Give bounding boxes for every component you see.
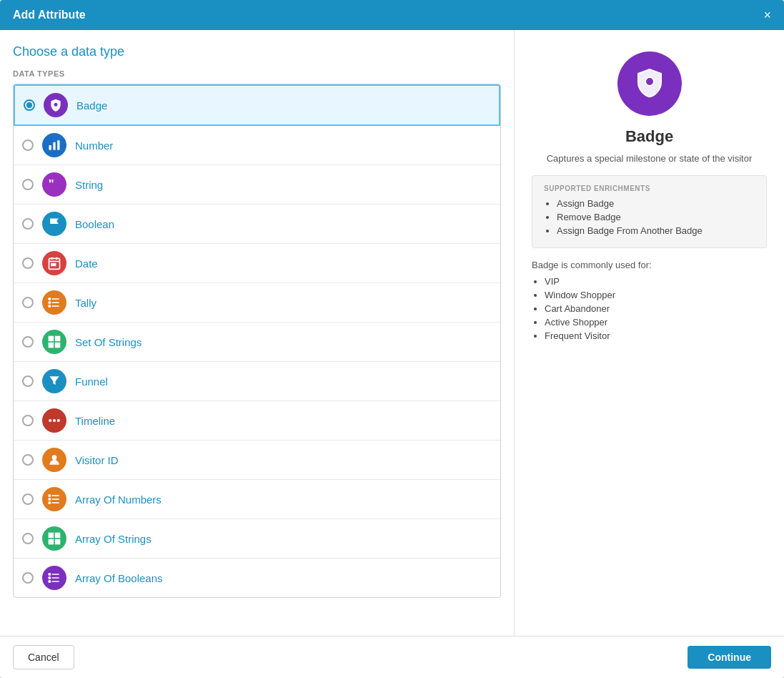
svg-point-23 [57,419,60,422]
svg-rect-32 [56,534,60,538]
type-item-number[interactable]: Number [14,126,500,165]
add-attribute-modal: Add Attribute × Choose a data type DATA … [0,0,784,678]
svg-point-15 [49,302,51,304]
radio-timeline [22,415,34,426]
modal-header: Add Attribute × [0,0,784,30]
commonly-used-item: Window Shopper [545,290,767,300]
shield-svg [632,67,667,101]
filter-icon [42,369,66,393]
radio-number [22,139,34,151]
type-label-visitor-id: Visitor ID [75,454,119,466]
svg-text:": " [49,177,54,191]
list-icon [42,487,66,511]
svg-point-41 [645,77,654,86]
svg-point-38 [49,574,51,576]
cancel-button[interactable]: Cancel [13,645,74,669]
radio-badge [24,99,35,111]
close-button[interactable]: × [763,9,771,21]
bar-chart-icon [42,133,66,157]
radio-funnel [22,375,34,387]
type-label-funnel: Funnel [75,375,108,388]
type-item-funnel[interactable]: Funnel [14,362,500,401]
svg-point-28 [49,495,51,497]
radio-boolean [22,218,34,230]
svg-point-14 [49,298,51,300]
svg-rect-9 [51,264,54,266]
type-label-boolean: Boolean [75,218,114,230]
svg-rect-3 [57,140,59,149]
list-icon [42,290,66,315]
badge-description: Captures a special milestone or state of… [547,153,753,164]
type-label-number: Number [75,139,113,152]
modal-title: Add Attribute [13,9,86,21]
svg-rect-2 [53,142,55,150]
type-item-timeline[interactable]: Timeline [14,401,500,441]
grid-icon [42,526,66,551]
svg-rect-10 [54,264,56,266]
commonly-used-list: VIPWindow ShopperCart AbandonerActive Sh… [532,276,767,344]
type-item-array-of-numbers[interactable]: Array Of Numbers [14,480,500,519]
type-item-visitor-id[interactable]: Visitor ID [14,441,500,480]
svg-point-0 [54,103,58,107]
choose-heading: Choose a data type [13,44,501,59]
type-item-array-of-booleans[interactable]: Array Of Booleans [14,559,500,597]
commonly-used-label: Badge is commonly used for: [532,260,652,270]
badge-icon [617,51,682,116]
type-label-array-of-strings: Array Of Strings [75,533,152,545]
type-item-array-of-strings[interactable]: Array Of Strings [14,519,500,559]
commonly-used-item: VIP [545,276,767,287]
enrichment-item: Assign Badge [557,198,755,209]
svg-rect-18 [56,337,60,341]
enrichment-item: Remove Badge [557,212,755,222]
radio-set-of-strings [22,336,34,348]
grid-icon [42,330,66,354]
type-item-date[interactable]: Date [14,244,500,283]
svg-rect-19 [49,343,54,348]
commonly-used-item: Cart Abandoner [545,303,767,314]
svg-point-40 [49,581,51,583]
type-item-set-of-strings[interactable]: Set Of Strings [14,323,500,362]
enrichments-label: SUPPORTED ENRICHMENTS [544,185,755,192]
type-label-badge: Badge [76,99,107,112]
radio-visitor-id [22,454,34,466]
enrichments-box: SUPPORTED ENRICHMENTS Assign BadgeRemove… [532,175,767,248]
shield-icon [44,93,68,117]
type-label-string: String [75,179,103,191]
commonly-used-item: Frequent Visitor [545,330,767,341]
svg-rect-31 [49,534,54,538]
type-item-badge[interactable]: Badge [14,84,500,126]
dots-icon [42,408,66,433]
svg-rect-1 [49,145,51,150]
quote-icon: " [42,172,66,197]
svg-point-30 [49,502,51,504]
svg-rect-33 [49,540,54,544]
svg-point-16 [49,305,51,308]
svg-rect-20 [56,343,60,348]
modal-footer: Cancel Continue [0,636,784,678]
radio-array-of-strings [22,533,34,544]
type-item-boolean[interactable]: Boolean [14,205,500,244]
svg-rect-17 [49,337,54,341]
svg-point-22 [53,419,56,422]
type-item-tally[interactable]: Tally [14,283,500,323]
commonly-used-item: Active Shopper [545,317,767,328]
left-panel: Choose a data type DATA TYPES BadgeNumbe… [0,30,515,636]
enrichment-item: Assign Badge From Another Badge [557,225,755,236]
radio-string [22,179,34,190]
enrichments-list: Assign BadgeRemove BadgeAssign Badge Fro… [544,198,755,236]
svg-point-29 [49,498,51,501]
continue-button[interactable]: Continue [688,646,771,669]
radio-array-of-booleans [22,572,34,584]
type-item-string[interactable]: "String [14,165,500,205]
type-label-tally: Tally [75,297,96,309]
modal-body: Choose a data type DATA TYPES BadgeNumbe… [0,30,784,636]
radio-date [22,257,34,269]
badge-title: Badge [625,127,673,146]
svg-rect-34 [56,540,60,544]
data-types-label: DATA TYPES [13,69,501,78]
flag-icon [42,212,66,236]
calendar-icon [42,251,66,275]
radio-array-of-numbers [22,493,34,505]
radio-tally [22,297,34,308]
type-label-timeline: Timeline [75,415,115,427]
